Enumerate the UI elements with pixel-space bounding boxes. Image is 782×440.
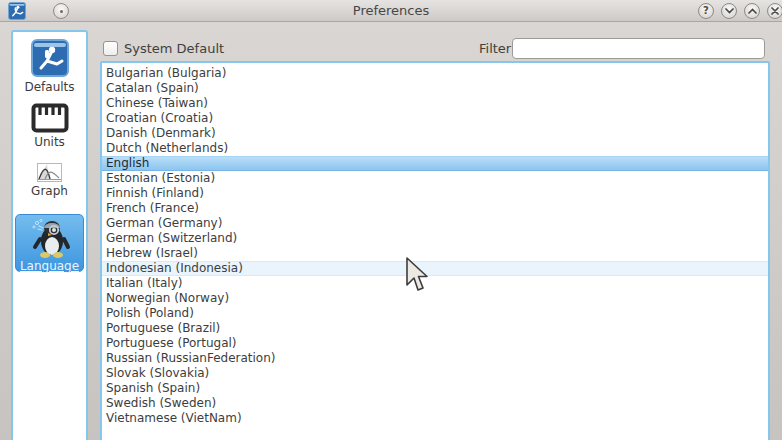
window-title: Preferences — [0, 3, 782, 18]
language-row-label: Swedish (Sweden) — [106, 396, 216, 410]
language-row-label: English — [106, 156, 149, 170]
sidebar-label-graph: Graph — [13, 184, 86, 198]
language-row[interactable]: Danish (Denmark) — [102, 126, 768, 141]
language-row-label: Slovak (Slovakia) — [106, 366, 209, 380]
language-row-label: Finnish (Finland) — [106, 186, 204, 200]
language-row-label: Vietnamese (VietNam) — [106, 411, 242, 425]
language-row[interactable]: Portuguese (Portugal) — [102, 336, 768, 351]
language-row-label: Catalan (Spain) — [106, 81, 199, 95]
language-row[interactable]: English — [102, 156, 768, 171]
language-row-label: Chinese (Taiwan) — [106, 96, 208, 110]
language-row-label: Portuguese (Portugal) — [106, 336, 237, 350]
penguin-diver-icon — [27, 217, 73, 259]
sidebar-item-language[interactable]: Language — [15, 214, 84, 272]
language-row-label: German (Germany) — [106, 216, 222, 230]
language-row-label: Dutch (Netherlands) — [106, 141, 228, 155]
language-row-label: Italian (Italy) — [106, 276, 182, 290]
language-row-label: Indonesian (Indonesia) — [106, 261, 243, 275]
language-row[interactable]: Spanish (Spain) — [102, 381, 768, 396]
language-row[interactable]: Chinese (Taiwan) — [102, 96, 768, 111]
language-row[interactable]: Bulgarian (Bulgaria) — [102, 66, 768, 81]
titlebar: Preferences ? — [0, 0, 782, 22]
language-row[interactable]: Dutch (Netherlands) — [102, 141, 768, 156]
language-row[interactable]: Slovak (Slovakia) — [102, 366, 768, 381]
language-row-label: Portuguese (Brazil) — [106, 321, 220, 335]
minimize-button[interactable] — [721, 3, 737, 19]
question-icon: ? — [703, 6, 709, 16]
preferences-sidebar: Defaults Units Graph — [11, 30, 88, 440]
system-default-checkbox[interactable] — [103, 41, 118, 56]
language-row-label: Bulgarian (Bulgaria) — [106, 66, 226, 80]
language-row-label: Spanish (Spain) — [106, 381, 200, 395]
close-button[interactable] — [767, 3, 782, 19]
language-row[interactable]: French (France) — [102, 201, 768, 216]
language-row[interactable]: Finnish (Finland) — [102, 186, 768, 201]
system-default-label: System Default — [124, 41, 224, 56]
chevron-down-icon — [725, 8, 734, 14]
language-row[interactable]: Italian (Italy) — [102, 276, 768, 291]
language-row[interactable]: Indonesian (Indonesia) — [102, 261, 768, 276]
language-row-label: Croatian (Croatia) — [106, 111, 213, 125]
language-row[interactable]: Croatian (Croatia) — [102, 111, 768, 126]
sidebar-label-defaults: Defaults — [13, 80, 86, 94]
sidebar-item-graph[interactable]: Graph — [13, 163, 86, 198]
language-row[interactable]: Portuguese (Brazil) — [102, 321, 768, 336]
language-row[interactable]: Catalan (Spain) — [102, 81, 768, 96]
x-icon — [771, 7, 779, 15]
language-row-label: Polish (Poland) — [106, 306, 194, 320]
language-row[interactable]: Estonian (Estonia) — [102, 171, 768, 186]
sidebar-label-units: Units — [13, 135, 86, 149]
ruler-icon — [31, 103, 69, 133]
language-row[interactable]: Vietnamese (VietNam) — [102, 411, 768, 426]
sidebar-item-units[interactable]: Units — [13, 103, 86, 149]
diver-icon — [31, 38, 69, 78]
chevron-up-icon — [748, 8, 757, 14]
language-row-label: German (Switzerland) — [106, 231, 237, 245]
maximize-button[interactable] — [744, 3, 760, 19]
language-row-label: Norwegian (Norway) — [106, 291, 229, 305]
sidebar-label-language: Language — [16, 259, 83, 273]
language-row[interactable]: Russian (RussianFederation) — [102, 351, 768, 366]
help-button[interactable]: ? — [698, 3, 714, 19]
language-row-label: Russian (RussianFederation) — [106, 351, 275, 365]
language-row[interactable]: Swedish (Sweden) — [102, 396, 768, 411]
language-row-label: Hebrew (Israel) — [106, 246, 198, 260]
graph-icon — [37, 163, 62, 182]
language-row-label: Estonian (Estonia) — [106, 171, 215, 185]
language-row[interactable]: German (Germany) — [102, 216, 768, 231]
filter-label: Filter — [479, 41, 511, 56]
language-row[interactable]: German (Switzerland) — [102, 231, 768, 246]
language-list: Bulgarian (Bulgaria) Catalan (Spain) Chi… — [100, 61, 770, 440]
language-row[interactable]: Polish (Poland) — [102, 306, 768, 321]
filter-input[interactable] — [512, 38, 765, 59]
language-row[interactable]: Norwegian (Norway) — [102, 291, 768, 306]
language-row[interactable]: Hebrew (Israel) — [102, 246, 768, 261]
language-row-label: French (France) — [106, 201, 199, 215]
sidebar-item-defaults[interactable]: Defaults — [13, 38, 86, 94]
language-row-label: Danish (Denmark) — [106, 126, 216, 140]
